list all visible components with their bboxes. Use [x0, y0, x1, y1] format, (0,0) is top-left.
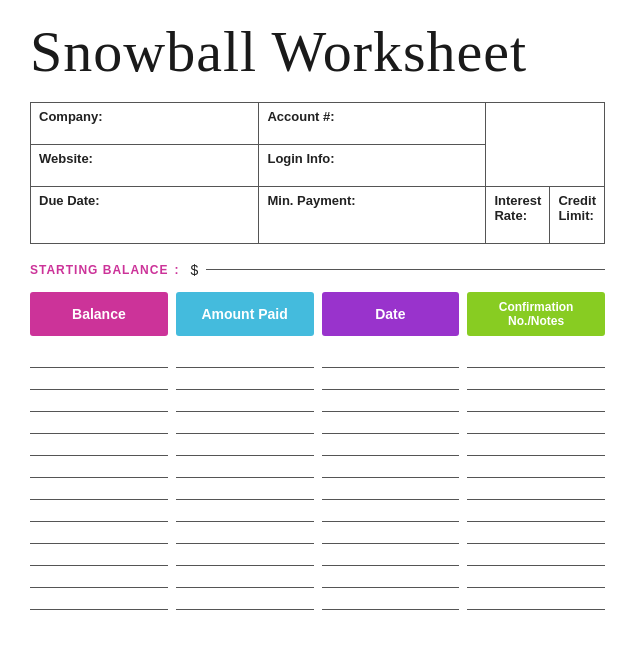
data-line — [176, 368, 314, 390]
balance-column — [30, 346, 168, 610]
data-line — [322, 478, 460, 500]
starting-balance-line — [206, 269, 605, 270]
amount-paid-column-header[interactable]: Amount Paid — [176, 292, 314, 336]
data-line — [176, 588, 314, 610]
interest-rate-label: Interest Rate: — [486, 186, 550, 243]
data-line — [176, 478, 314, 500]
data-line — [30, 346, 168, 368]
data-line — [176, 544, 314, 566]
data-line — [30, 368, 168, 390]
data-line — [322, 368, 460, 390]
data-line — [176, 412, 314, 434]
data-line — [467, 390, 605, 412]
data-line — [322, 500, 460, 522]
data-line — [467, 588, 605, 610]
data-line — [176, 500, 314, 522]
data-line — [467, 500, 605, 522]
company-label: Company: — [31, 102, 259, 144]
login-info-label: Login Info: — [259, 144, 486, 186]
data-line — [30, 500, 168, 522]
data-line — [176, 346, 314, 368]
data-line — [467, 566, 605, 588]
data-line — [322, 456, 460, 478]
data-line — [467, 368, 605, 390]
confirmation-column-header[interactable]: Confirmation No./Notes — [467, 292, 605, 336]
data-line — [176, 456, 314, 478]
data-rows — [30, 346, 605, 610]
balance-column-header[interactable]: Balance — [30, 292, 168, 336]
data-line — [30, 588, 168, 610]
data-line — [467, 544, 605, 566]
website-label: Website: — [31, 144, 259, 186]
credit-limit-label: Credit Limit: — [550, 186, 605, 243]
due-date-label: Due Date: — [31, 186, 259, 243]
data-line — [467, 478, 605, 500]
columns-header: Balance Amount Paid Date Confirmation No… — [30, 292, 605, 336]
data-line — [467, 522, 605, 544]
account-label: Account #: — [259, 102, 486, 144]
data-line — [322, 588, 460, 610]
data-line — [30, 390, 168, 412]
data-line — [322, 544, 460, 566]
data-line — [30, 456, 168, 478]
data-line — [176, 522, 314, 544]
data-line — [30, 544, 168, 566]
data-line — [322, 412, 460, 434]
data-line — [467, 346, 605, 368]
min-payment-label: Min. Payment: — [259, 186, 486, 243]
starting-balance-label: STARTING BALANCE — [30, 263, 168, 277]
data-line — [467, 456, 605, 478]
data-line — [30, 412, 168, 434]
data-line — [176, 434, 314, 456]
starting-balance-dollar: $ — [190, 262, 198, 278]
data-line — [322, 522, 460, 544]
data-line — [467, 434, 605, 456]
data-line — [322, 390, 460, 412]
data-line — [30, 566, 168, 588]
data-line — [467, 412, 605, 434]
data-line — [322, 434, 460, 456]
data-line — [322, 346, 460, 368]
data-line — [30, 522, 168, 544]
data-line — [322, 566, 460, 588]
confirmation-column — [467, 346, 605, 610]
data-line — [176, 390, 314, 412]
info-table: Company: Account #: Website: Login Info:… — [30, 102, 605, 244]
starting-balance-colon: : — [174, 263, 178, 277]
data-line — [30, 434, 168, 456]
data-line — [30, 478, 168, 500]
date-column-header[interactable]: Date — [322, 292, 460, 336]
date-column — [322, 346, 460, 610]
data-line — [176, 566, 314, 588]
page-title: Snowball Worksheet — [30, 20, 605, 84]
amount-paid-column — [176, 346, 314, 610]
starting-balance-row: STARTING BALANCE : $ — [30, 262, 605, 278]
